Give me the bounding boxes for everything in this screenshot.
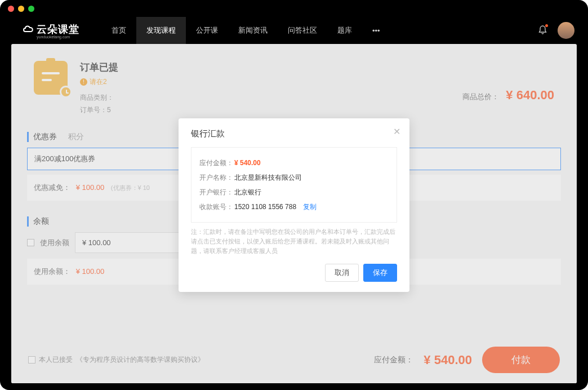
nav-public[interactable]: 公开课 [186, 17, 228, 44]
modal-note: 注：汇款时，请在备注中写明您在我公司的用户名和本订单号，汇款完成后请点击已支付按… [191, 227, 397, 256]
modal-acct-value: 1520 1108 1556 788 [234, 200, 296, 214]
window-maximize[interactable] [28, 6, 34, 12]
brand-name: 云朵课堂 [37, 23, 79, 36]
modal-bank-label: 开户银行： [199, 185, 234, 200]
nav-bank[interactable]: 题库 [327, 17, 362, 44]
modal-name-label: 开户名称： [199, 170, 234, 185]
modal-bank-value: 北京银行 [234, 185, 261, 200]
bell-icon[interactable] [538, 25, 547, 37]
modal-overlay[interactable]: 银行汇款 ✕ 应付金额： ¥ 540.00 开户名称： 北京昱新科技有限公司 开… [11, 44, 577, 383]
save-button[interactable]: 保存 [363, 264, 397, 282]
header: 云朵课堂 yunduoketang.com 首页 发现课程 公开课 新闻资讯 问… [0, 17, 588, 44]
brand-logo[interactable]: 云朵课堂 yunduoketang.com [0, 23, 101, 39]
window-close[interactable] [8, 6, 14, 12]
nav-news[interactable]: 新闻资讯 [228, 17, 278, 44]
copy-button[interactable]: 复制 [303, 200, 317, 214]
nav-qa[interactable]: 问答社区 [278, 17, 327, 44]
avatar[interactable] [558, 22, 574, 39]
bank-transfer-modal: 银行汇款 ✕ 应付金额： ¥ 540.00 开户名称： 北京昱新科技有限公司 开… [179, 118, 409, 292]
nav-discover[interactable]: 发现课程 [136, 17, 186, 44]
nav-home[interactable]: 首页 [101, 17, 136, 44]
notification-dot [545, 24, 548, 27]
window-minimize[interactable] [18, 6, 24, 12]
main-nav: 首页 发现课程 公开课 新闻资讯 问答社区 题库 ••• [101, 17, 390, 44]
close-icon[interactable]: ✕ [393, 126, 400, 137]
modal-amount-value: ¥ 540.00 [234, 156, 261, 170]
modal-title: 银行汇款 [191, 128, 397, 139]
modal-amount-label: 应付金额： [199, 156, 234, 170]
nav-more[interactable]: ••• [362, 17, 390, 44]
modal-name-value: 北京昱新科技有限公司 [234, 170, 302, 185]
cloud-icon [22, 24, 34, 37]
cancel-button[interactable]: 取消 [325, 264, 359, 282]
modal-acct-label: 收款账号： [199, 200, 234, 214]
page-content: 订单已提 ! 请在2 商品类别： 订单号：5 商品总价： ¥ 640.00 优惠… [11, 44, 577, 383]
